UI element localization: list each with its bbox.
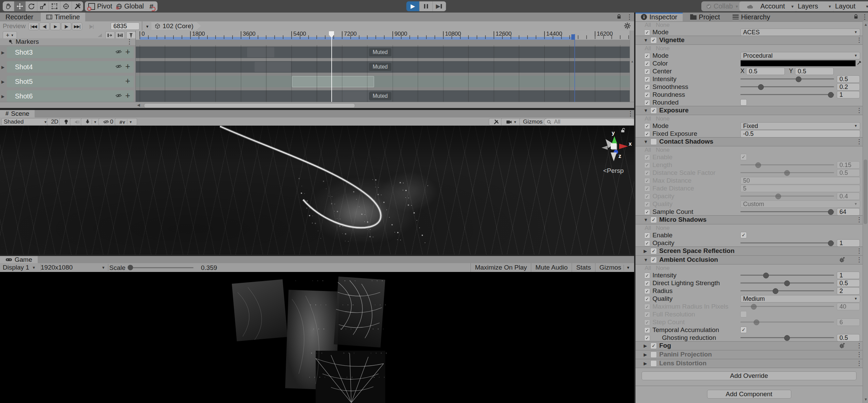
section-header-exposure[interactable]: ▼✓Exposure⋮	[635, 106, 863, 115]
collapse-icon[interactable]: ▼	[644, 217, 648, 222]
override-checkbox[interactable]: ✓	[644, 76, 650, 82]
collapse-icon[interactable]: ▼	[644, 38, 648, 43]
section-enabled-checkbox[interactable]: ✓	[650, 343, 657, 349]
section-enabled-checkbox[interactable]: ✓	[650, 217, 657, 223]
slider-intensity[interactable]	[796, 76, 801, 82]
section-header-panini-projection[interactable]: ▶✓Panini Projection⋮	[635, 350, 863, 359]
override-none-link[interactable]: None	[656, 265, 670, 272]
override-checkbox[interactable]: ✓	[644, 304, 650, 310]
slider-distance-scale-factor[interactable]	[784, 170, 790, 176]
layout-button[interactable]: Layout▼	[832, 1, 868, 11]
section-menu-icon[interactable]: ⋮	[856, 256, 862, 263]
collapse-icon[interactable]: ▼	[644, 108, 648, 113]
track-expand-icon[interactable]: ▶	[1, 65, 4, 70]
eye-off-icon[interactable]	[115, 50, 122, 54]
inspector-lock-icon[interactable]	[853, 14, 858, 19]
slider-intensity[interactable]	[763, 273, 769, 278]
section-menu-icon[interactable]: ⋮	[856, 138, 862, 145]
override-checkbox[interactable]: ✓	[644, 186, 650, 191]
track-expand-icon[interactable]: ▶	[1, 79, 4, 84]
timeline-settings-gear-icon[interactable]	[624, 22, 631, 29]
track-lane-shot6[interactable]: Muted	[136, 90, 630, 102]
eye-off-icon[interactable]	[115, 93, 122, 98]
preview-button[interactable]: Preview	[3, 22, 26, 30]
y-field[interactable]: 0.5	[795, 68, 834, 75]
value-field[interactable]: 64	[837, 208, 860, 216]
track-lane-shot4[interactable]: Muted	[136, 61, 630, 73]
override-checkbox[interactable]: ✓	[644, 201, 650, 207]
scene-menu-icon[interactable]: ⋮	[627, 110, 634, 117]
add-clip-button[interactable]: +	[125, 91, 130, 100]
expand-icon[interactable]: ▶	[644, 249, 647, 254]
field-fixed-exposure[interactable]: -0.5	[740, 130, 860, 138]
section-header-contact-shadows[interactable]: ▼✓Contact Shadows⋮	[635, 137, 863, 146]
add-clip-button[interactable]: +	[125, 76, 130, 86]
inspector-scrollbar-thumb[interactable]	[864, 160, 867, 224]
override-checkbox[interactable]: ✓	[644, 131, 650, 137]
breadcrumb[interactable]: 102 (Core)	[151, 22, 201, 30]
override-none-link[interactable]: None	[656, 225, 670, 232]
checkbox-enable[interactable]: ✓	[740, 232, 747, 238]
value-field[interactable]: 0.5	[837, 75, 860, 83]
section-header-vignette[interactable]: ▼✓Vignette⋮	[635, 36, 863, 45]
play-range-icon[interactable]: [▶]	[86, 22, 97, 30]
effects-toggle[interactable]: ▼	[81, 118, 101, 126]
resolution-dropdown[interactable]: 1920x1080▼	[38, 264, 108, 271]
custom-tool-button[interactable]	[72, 1, 83, 11]
account-button[interactable]: Account▼	[757, 1, 798, 11]
slider-ghosting-reduction[interactable]	[784, 335, 790, 341]
section-menu-icon[interactable]: ⋮	[856, 342, 862, 349]
tab-inspector[interactable]: i Inspector	[635, 13, 683, 21]
add-override-button[interactable]: Add Override	[642, 371, 856, 380]
slider-opacity[interactable]	[828, 240, 834, 246]
override-all-link[interactable]: All	[645, 45, 651, 52]
gizmo-y-axis[interactable]	[612, 136, 617, 144]
next-frame-icon[interactable]: |▶	[61, 22, 71, 30]
timeline-clip[interactable]	[292, 76, 374, 87]
override-none-link[interactable]: None	[656, 147, 670, 153]
display-dropdown[interactable]: Display 1▼	[0, 264, 41, 271]
scale-tool-button[interactable]	[37, 1, 49, 11]
field-max-distance[interactable]: 50	[740, 177, 860, 184]
override-checkbox[interactable]: ✓	[644, 273, 650, 278]
scrollbar-thumb[interactable]	[144, 103, 355, 108]
timeline-vertical-scrollbar[interactable]: ▲	[630, 31, 634, 102]
slider-roundness[interactable]	[828, 92, 834, 98]
slider-length[interactable]	[755, 162, 761, 168]
slider-sample-count[interactable]	[828, 209, 834, 215]
scroll-up-icon[interactable]: ▲	[864, 22, 868, 26]
override-checkbox[interactable]: ✓	[644, 162, 650, 168]
layers-button[interactable]: Layers▼	[794, 1, 835, 11]
timeline-clip[interactable]	[331, 91, 370, 101]
maximize-on-play-button[interactable]: Maximize On Play	[470, 263, 531, 272]
timeline-clip[interactable]	[255, 62, 291, 72]
value-field[interactable]: 1	[837, 239, 860, 247]
edit-mode-replace-icon[interactable]	[115, 31, 125, 39]
value-field[interactable]: 6	[837, 318, 860, 326]
dropdown-quality[interactable]: Medium▼	[740, 295, 860, 303]
go-to-end-icon[interactable]: ▶▶|	[72, 22, 82, 30]
value-field[interactable]: 0.4	[837, 193, 860, 200]
override-none-link[interactable]: None	[656, 45, 670, 52]
value-field[interactable]: 1	[837, 272, 860, 279]
scale-slider-track[interactable]	[129, 267, 193, 268]
section-header-micro-shadows[interactable]: ▼✓Micro Shadows⋮	[635, 215, 863, 224]
override-checkbox[interactable]: ✓	[644, 30, 650, 35]
timeline-menu-icon[interactable]: ⋮	[626, 13, 633, 21]
timeline-horizontal-scrollbar[interactable]: ◀	[0, 102, 634, 108]
checkbox-rounded[interactable]: ✓	[740, 99, 747, 106]
scene-lock-icon[interactable]	[621, 128, 626, 133]
shading-mode-dropdown[interactable]: Shaded▼	[1, 118, 50, 126]
expand-icon[interactable]: ▶	[644, 343, 647, 348]
override-checkbox[interactable]: ✓	[644, 296, 650, 302]
collapse-icon[interactable]: ▼	[644, 257, 648, 262]
track-header-shot4[interactable]: Shot4+	[7, 61, 134, 73]
override-checkbox[interactable]: ✓	[644, 319, 650, 325]
checkbox-enable[interactable]: ✓	[740, 154, 747, 160]
override-checkbox[interactable]: ✓	[644, 288, 650, 294]
add-clip-button[interactable]: +	[125, 47, 130, 57]
stats-button[interactable]: Stats	[572, 263, 595, 272]
expand-icon[interactable]: ▶	[644, 361, 647, 366]
go-to-start-icon[interactable]: |◀◀	[29, 22, 39, 30]
override-checkbox[interactable]: ✓	[644, 84, 650, 90]
